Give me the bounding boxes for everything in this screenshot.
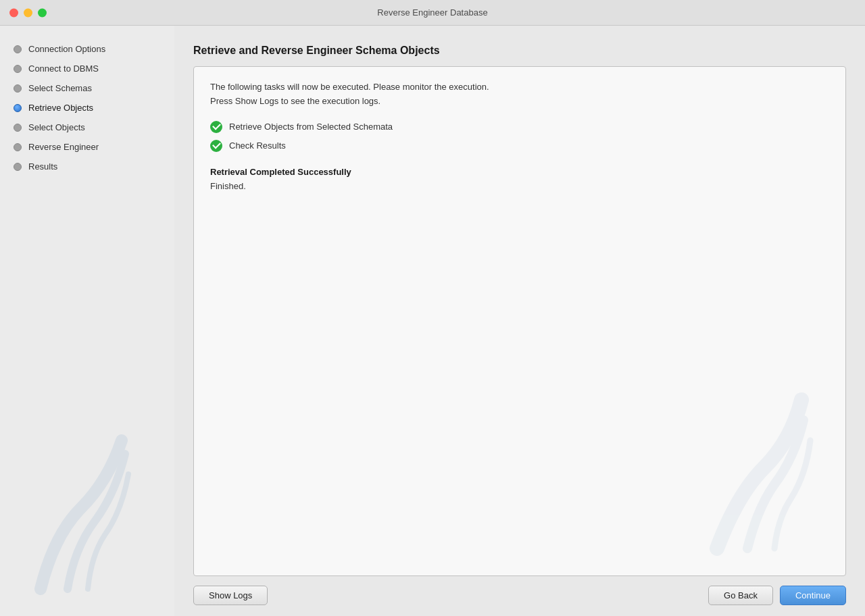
continue-button[interactable]: Continue [780, 586, 846, 605]
sidebar-label-results: Results [28, 161, 57, 172]
sidebar-label-reverse-engineer: Reverse Engineer [28, 142, 99, 152]
sidebar-item-select-schemas[interactable]: Select Schemas [0, 78, 174, 98]
footer-left: Show Logs [193, 586, 268, 605]
task-label-check: Check Results [229, 140, 286, 151]
sidebar-label-retrieve-objects: Retrieve Objects [28, 103, 93, 113]
main-panel: The following tasks will now be executed… [193, 66, 846, 576]
maximize-button[interactable] [38, 8, 47, 17]
task-label-retrieve: Retrieve Objects from Selected Schemata [229, 122, 393, 132]
sidebar-item-select-objects[interactable]: Select Objects [0, 118, 174, 137]
completion-sub: Finished. [210, 181, 829, 191]
check-icon-check [210, 140, 222, 152]
footer: Show Logs Go Back Continue [193, 576, 846, 605]
sidebar-item-reverse-engineer[interactable]: Reverse Engineer [0, 137, 174, 157]
close-button[interactable] [9, 8, 18, 17]
main-layout: Connection Options Connect to DBMS Selec… [0, 26, 865, 616]
footer-right: Go Back Continue [708, 586, 846, 605]
dot-select-objects [14, 124, 22, 132]
sidebar-item-connection-options[interactable]: Connection Options [0, 39, 174, 59]
intro-line1: The following tasks will now be executed… [210, 82, 489, 92]
sidebar-item-results[interactable]: Results [0, 157, 174, 176]
check-icon-retrieve [210, 121, 222, 133]
sidebar-label-connect-to-dbms: Connect to DBMS [28, 63, 99, 74]
show-logs-button[interactable]: Show Logs [193, 586, 268, 605]
sidebar-item-retrieve-objects[interactable]: Retrieve Objects [0, 98, 174, 118]
sidebar-item-connect-to-dbms[interactable]: Connect to DBMS [0, 59, 174, 78]
completion-title: Retrieval Completed Successfully [210, 167, 829, 177]
minimize-button[interactable] [24, 8, 32, 17]
sidebar-label-select-schemas: Select Schemas [28, 83, 92, 93]
go-back-button[interactable]: Go Back [708, 586, 773, 605]
window-title: Reverse Engineer Database [377, 7, 487, 18]
dot-select-schemas [14, 84, 22, 93]
dot-connection-options [14, 45, 22, 53]
titlebar: Reverse Engineer Database [0, 0, 865, 26]
task-item-check: Check Results [210, 140, 829, 152]
dot-retrieve-objects [14, 104, 22, 112]
window-controls [9, 8, 47, 17]
task-list: Retrieve Objects from Selected Schemata … [210, 121, 829, 152]
dot-connect-to-dbms [14, 65, 22, 73]
dot-results [14, 163, 22, 171]
task-item-retrieve: Retrieve Objects from Selected Schemata [210, 121, 829, 133]
sidebar-label-connection-options: Connection Options [28, 44, 105, 54]
sidebar-label-select-objects: Select Objects [28, 122, 85, 132]
intro-line2: Press Show Logs to see the execution log… [210, 96, 380, 106]
page-title: Retrieve and Reverse Engineer Schema Obj… [193, 45, 846, 57]
content-area: Retrieve and Reverse Engineer Schema Obj… [174, 26, 865, 616]
intro-text: The following tasks will now be executed… [210, 80, 829, 109]
dot-reverse-engineer [14, 143, 22, 151]
sidebar: Connection Options Connect to DBMS Selec… [0, 26, 174, 616]
